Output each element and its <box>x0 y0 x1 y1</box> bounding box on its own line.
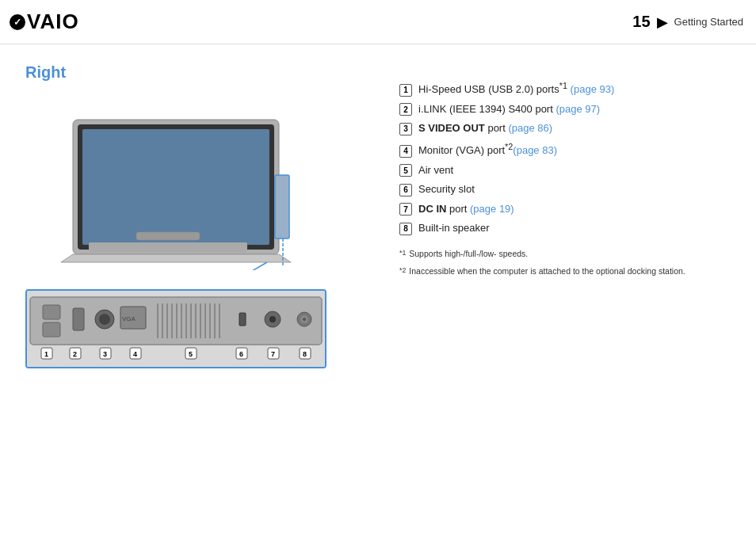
svg-rect-11 <box>43 322 60 337</box>
list-item: 2 i.LINK (IEEE 1394) S400 port (page 97) <box>399 101 731 117</box>
svg-text:8: 8 <box>303 350 307 358</box>
component-text-5: Air vent <box>418 162 453 178</box>
component-text-3: S VIDEO OUT port (page 86) <box>418 120 552 136</box>
arrow-icon: ▶ <box>657 13 668 31</box>
component-text-2: i.LINK (IEEE 1394) S400 port (page 97) <box>418 101 600 117</box>
svg-text:5: 5 <box>189 350 193 358</box>
laptop-illustration <box>25 96 326 286</box>
svg-text:6: 6 <box>239 350 243 358</box>
svg-rect-31 <box>239 313 246 326</box>
badge-2: 2 <box>399 103 412 116</box>
footnote-ref-1: *1 <box>399 247 406 262</box>
badge-6: 6 <box>399 184 412 196</box>
badge-1: 1 <box>399 84 412 97</box>
header-right: 15 ▶ Getting Started <box>632 13 743 31</box>
svg-text:4: 4 <box>133 350 137 358</box>
list-item: 5 Air vent <box>399 162 731 178</box>
component-text-8: Built-in speaker <box>418 220 490 236</box>
page-number: 15 <box>632 13 650 31</box>
svg-point-36 <box>303 318 306 321</box>
footnote-1: *1 Supports high-/full-/low- speeds. <box>399 247 731 262</box>
svg-line-7 <box>216 262 267 270</box>
port-diagram: VGA <box>25 289 326 368</box>
badge-5: 5 <box>399 164 412 177</box>
left-panel: Right <box>25 63 374 368</box>
svg-text:2: 2 <box>73 350 77 358</box>
main-content: Right <box>0 44 756 381</box>
svg-rect-10 <box>43 305 60 319</box>
list-item: 1 Hi-Speed USB (USB 2.0) ports*1 (page 9… <box>399 79 731 97</box>
svg-point-14 <box>99 314 110 325</box>
footnote-text-1: Supports high-/full-/low- speeds. <box>409 247 528 262</box>
svg-rect-5 <box>275 175 289 238</box>
page-title: Right <box>25 63 374 82</box>
laptop-svg <box>25 96 326 270</box>
list-item: 3 S VIDEO OUT port (page 86) <box>399 120 731 136</box>
component-list: 1 Hi-Speed USB (USB 2.0) ports*1 (page 9… <box>399 79 731 236</box>
footnote-ref-2: *2 <box>399 265 406 280</box>
link-4[interactable]: (page 83) <box>513 144 557 156</box>
footnote-2: *2 Inaccessible when the computer is att… <box>399 265 731 280</box>
badge-3: 3 <box>399 123 412 135</box>
badge-8: 8 <box>399 223 412 235</box>
header: VAIO 15 ▶ Getting Started <box>0 0 756 44</box>
svg-point-33 <box>269 316 276 322</box>
svg-rect-3 <box>89 242 247 252</box>
svg-text:1: 1 <box>44 350 48 358</box>
logo-text: VAIO <box>27 10 79 34</box>
component-text-4: Monitor (VGA) port*2(page 83) <box>418 140 557 158</box>
svg-rect-2 <box>82 129 269 245</box>
svg-rect-12 <box>73 308 84 330</box>
list-item: 8 Built-in speaker <box>399 220 731 236</box>
svg-rect-4 <box>136 232 200 240</box>
list-item: 7 DC IN port (page 19) <box>399 201 731 217</box>
link-2[interactable]: (page 97) <box>556 103 600 115</box>
svg-text:VGA: VGA <box>122 315 136 322</box>
link-1[interactable]: (page 93) <box>571 83 615 95</box>
badge-7: 7 <box>399 203 412 216</box>
component-text-6: Security slot <box>418 181 475 197</box>
right-panel: 1 Hi-Speed USB (USB 2.0) ports*1 (page 9… <box>399 63 731 368</box>
badge-4: 4 <box>399 145 412 158</box>
svg-text:3: 3 <box>103 350 107 358</box>
footnote-text-2: Inaccessible when the computer is attach… <box>409 265 685 280</box>
link-3[interactable]: (page 86) <box>508 122 552 134</box>
logo: VAIO <box>10 10 79 34</box>
list-item: 4 Monitor (VGA) port*2(page 83) <box>399 140 731 158</box>
svg-text:7: 7 <box>271 350 275 358</box>
list-item: 6 Security slot <box>399 181 731 197</box>
section-title: Getting Started <box>674 16 743 28</box>
component-text-7: DC IN port (page 19) <box>418 201 514 217</box>
logo-checkmark-icon <box>10 14 25 30</box>
link-7[interactable]: (page 19) <box>470 203 514 215</box>
component-text-1: Hi-Speed USB (USB 2.0) ports*1 (page 93) <box>418 79 614 97</box>
footnotes: *1 Supports high-/full-/low- speeds. *2 … <box>399 247 731 280</box>
